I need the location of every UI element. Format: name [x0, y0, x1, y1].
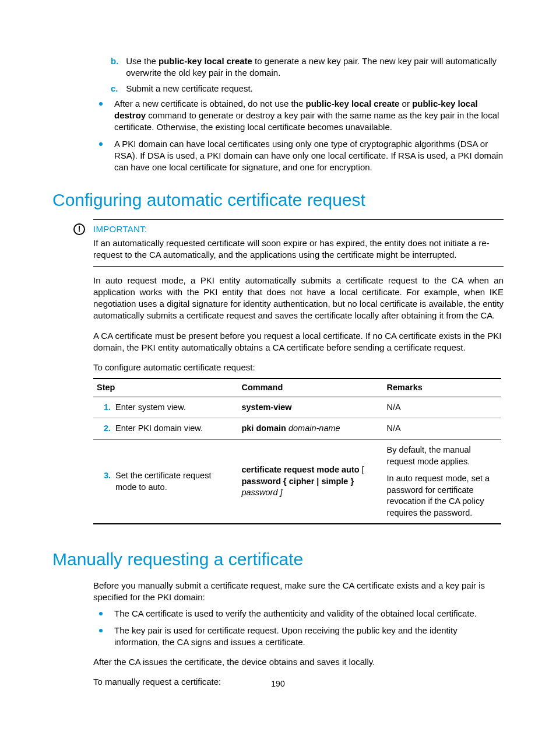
list-item: A PKI domain can have local certificates… — [93, 138, 504, 174]
command-text: certificate request mode auto — [241, 465, 359, 474]
paragraph: A CA certificate must be present before … — [93, 330, 504, 354]
remarks-text: In auto request mode, set a password for… — [387, 473, 498, 519]
list-item: After a new certificate is obtained, do … — [93, 98, 504, 134]
step-text: Enter PKI domain view. — [115, 423, 226, 435]
section-heading-auto-request: Configuring automatic certificate reques… — [52, 188, 504, 212]
list-item: The CA certificate is used to verify the… — [93, 608, 504, 620]
substep-text: Use the public-key local create to gener… — [126, 55, 499, 79]
command-table: Step Command Remarks 1.Enter system view… — [93, 378, 501, 524]
important-callout: IMPORTANT: If an automatically requested… — [93, 219, 504, 267]
substep-b: b. Use the public-key local create to ge… — [111, 55, 504, 79]
table-row: 1.Enter system view. system-view N/A — [93, 397, 501, 418]
bullet-list-top: After a new certificate is obtained, do … — [93, 98, 504, 174]
step-number: 3. — [97, 470, 115, 482]
substep-marker: c. — [111, 83, 124, 94]
table-header-step: Step — [93, 379, 238, 397]
section-heading-manual-request: Manually requesting a certificate — [52, 548, 504, 572]
paragraph: To configure automatic certificate reque… — [93, 362, 504, 373]
important-label: IMPORTANT: — [93, 223, 504, 235]
table-header-command: Command — [238, 379, 383, 397]
important-icon — [73, 223, 85, 235]
remarks-text: N/A — [383, 397, 501, 418]
page-number: 190 — [0, 678, 556, 690]
remarks-text: N/A — [383, 418, 501, 440]
command-arg: domain-name — [286, 424, 340, 433]
step-text: Enter system view. — [115, 402, 226, 414]
page: b. Use the public-key local create to ge… — [0, 0, 556, 716]
step-number: 2. — [97, 423, 115, 435]
important-text: If an automatically requested certificat… — [93, 237, 504, 261]
paragraph: In auto request mode, a PKI entity autom… — [93, 275, 504, 322]
substep-c: c. Submit a new certificate request. — [111, 83, 504, 94]
table-header-remarks: Remarks — [383, 379, 501, 397]
substep-text: Submit a new certificate request. — [126, 83, 499, 94]
bullet-list-manual: The CA certificate is used to verify the… — [93, 608, 504, 648]
command-text: pki domain — [241, 424, 286, 433]
list-item: The key pair is used for certificate req… — [93, 625, 504, 649]
step-number: 1. — [97, 402, 115, 414]
paragraph: Before you manually submit a certificate… — [93, 580, 504, 604]
remarks-text: By default, the manual request mode appl… — [387, 444, 498, 467]
paragraph: After the CA issues the certificate, the… — [93, 656, 504, 668]
substep-marker: b. — [111, 55, 124, 67]
step-text: Set the certificate request mode to auto… — [115, 470, 226, 493]
table-row: 3.Set the certificate request mode to au… — [93, 439, 501, 524]
command-text: system-view — [241, 402, 291, 412]
table-row: 2.Enter PKI domain view. pki domain doma… — [93, 418, 501, 440]
